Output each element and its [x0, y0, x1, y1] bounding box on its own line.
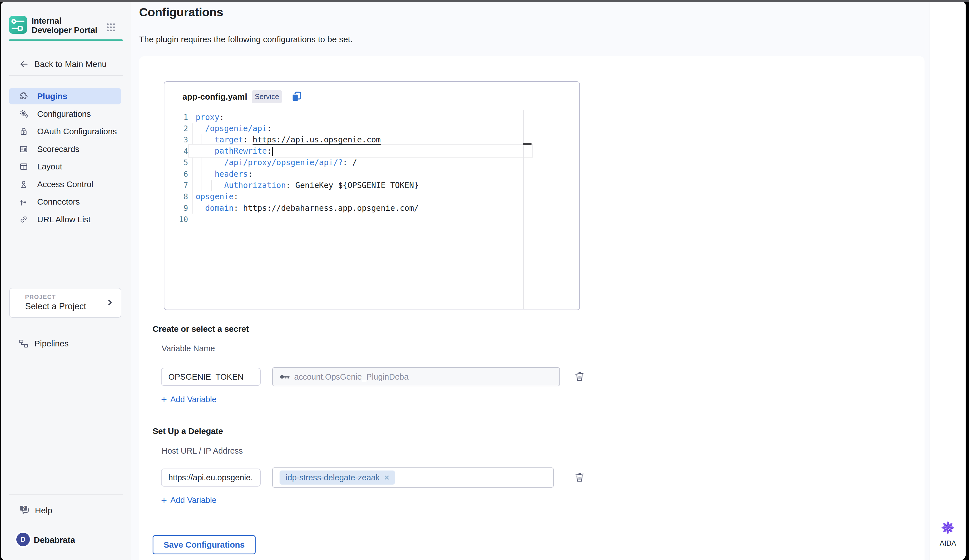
sidebar-item-label: OAuth Configurations [37, 126, 117, 136]
copy-icon[interactable] [290, 90, 303, 103]
page-title: Configurations [139, 5, 223, 19]
host-url-label: Host URL / IP Address [162, 446, 243, 455]
code-line[interactable]: 10 [165, 214, 522, 225]
add-variable-button[interactable]: + Add Variable [161, 395, 216, 404]
add-variable-label: Add Variable [170, 495, 216, 505]
scrollbar-thumb[interactable] [523, 143, 531, 145]
pipeline-icon [18, 338, 29, 349]
trash-icon[interactable] [573, 470, 586, 484]
divider [9, 75, 123, 76]
brand-underline [9, 40, 123, 41]
save-configurations-button[interactable]: Save Configurations [153, 535, 256, 554]
add-variable-label: Add Variable [170, 395, 216, 404]
help-button[interactable]: ? Help [1, 503, 131, 517]
layout-icon [18, 161, 29, 172]
filename: app-config.yaml [182, 92, 247, 101]
delegate-tags-field[interactable]: idp-stress-delegate-zeaak [272, 467, 554, 488]
project-selector[interactable]: PROJECT Select a Project [9, 288, 122, 318]
yaml-editor-card: app-config.yaml Service 1proxy:2 /opsgen… [164, 81, 580, 310]
sidebar-item-label: Connectors [37, 197, 80, 206]
service-badge: Service [252, 90, 282, 103]
sidebar-item-pipelines[interactable]: Pipelines [1, 336, 131, 351]
project-label: PROJECT [25, 294, 56, 300]
sidebar-item-url-allow-list[interactable]: URL Allow List [9, 211, 121, 228]
delegate-section-heading: Set Up a Delegate [153, 426, 223, 436]
user-menu[interactable]: D Debabrata [1, 532, 131, 549]
trash-icon[interactable] [573, 370, 586, 383]
branch-arrows-icon [18, 197, 29, 207]
aida-button[interactable]: AIDA [930, 520, 966, 547]
sidebar-item-label: Layout [37, 162, 62, 171]
back-label: Back to Main Menu [34, 59, 107, 69]
secret-select-field[interactable]: account.OpsGenie_PluginDeba [272, 367, 560, 386]
help-label: Help [35, 506, 52, 515]
plus-icon: + [161, 496, 167, 505]
back-to-main-menu[interactable]: Back to Main Menu [1, 57, 131, 71]
sidebar-item-layout[interactable]: Layout [9, 158, 121, 175]
sidebar-item-plugins[interactable]: Plugins [9, 88, 121, 105]
scorecard-icon [18, 144, 29, 154]
code-line[interactable]: 4 pathRewrite: [165, 146, 522, 157]
code-lines[interactable]: 1proxy:2 /opsgenie/api:3 target: https:/… [165, 111, 522, 225]
code-line[interactable]: 6 headers: [165, 168, 522, 179]
pipelines-label: Pipelines [34, 339, 69, 348]
code-line[interactable]: 3 target: https://api.us.opsgenie.com [165, 134, 522, 146]
sidebar-item-label: Access Control [37, 179, 93, 189]
link-icon [18, 214, 29, 224]
aida-label: AIDA [930, 539, 966, 547]
sidebar-item-scorecards[interactable]: Scorecards [9, 141, 121, 157]
sidebar-item-label: Plugins [37, 91, 67, 101]
code-line[interactable]: 7 Authorization: GenieKey ${OPSGENIE_TOK… [165, 179, 522, 191]
secret-value: account.OpsGenie_PluginDeba [294, 372, 408, 382]
apps-grid-icon[interactable] [106, 22, 116, 32]
chevron-right-icon [106, 298, 114, 307]
sidebar-item-access-control[interactable]: Access Control [9, 176, 121, 193]
sidebar-item-configurations[interactable]: Configurations [9, 106, 121, 122]
configurations-panel: app-config.yaml Service 1proxy:2 /opsgen… [139, 56, 924, 560]
sidebar-item-label: Configurations [37, 109, 91, 119]
lock-icon [18, 126, 29, 136]
help-chat-icon: ? [18, 504, 31, 517]
editor-scroll-divider [523, 110, 524, 309]
host-url-input[interactable] [161, 469, 261, 487]
sidebar: Internal Developer Portal Back to Main M… [1, 2, 131, 560]
person-icon [18, 179, 29, 189]
svg-text:?: ? [22, 506, 25, 510]
right-rail: AIDA [930, 2, 966, 560]
variable-name-input[interactable] [161, 368, 261, 386]
app-logo-icon [9, 16, 27, 34]
app-window: Internal Developer Portal Back to Main M… [1, 2, 966, 560]
page-subtitle: The plugin requires the following config… [139, 35, 353, 44]
puzzle-icon [18, 91, 29, 101]
secret-section-heading: Create or select a secret [153, 324, 249, 334]
code-line[interactable]: 2 /opsgenie/api: [165, 123, 522, 134]
add-variable-button[interactable]: + Add Variable [161, 495, 216, 505]
back-arrow-icon [18, 59, 29, 69]
avatar: D [16, 533, 30, 546]
user-name: Debabrata [34, 535, 75, 545]
gears-icon [18, 109, 29, 119]
code-line[interactable]: 1proxy: [165, 111, 522, 123]
sidebar-item-label: URL Allow List [37, 215, 91, 224]
project-value: Select a Project [25, 301, 86, 312]
delegate-chip-label: idp-stress-delegate-zeaak [286, 473, 380, 482]
sidebar-item-connectors[interactable]: Connectors [9, 194, 121, 210]
main-content: Configurations The plugin requires the f… [131, 2, 931, 560]
code-line[interactable]: 8opsgenie: [165, 191, 522, 202]
code-line[interactable]: 9 domain: https://debaharness.app.opsgen… [165, 202, 522, 214]
key-icon [280, 372, 291, 382]
divider [9, 494, 123, 495]
close-icon[interactable] [384, 474, 390, 481]
delegate-chip: idp-stress-delegate-zeaak [280, 470, 395, 485]
variable-name-label: Variable Name [162, 344, 215, 353]
plus-icon: + [161, 395, 167, 404]
sidebar-item-oauth-configurations[interactable]: OAuth Configurations [9, 123, 121, 140]
window-top-edge [0, 0, 969, 2]
sidebar-item-label: Scorecards [37, 145, 79, 154]
aida-flower-icon [940, 520, 956, 535]
code-line[interactable]: 5 /api/proxy/opsgenie/api/?: / [165, 157, 522, 168]
brand-title: Internal Developer Portal [32, 16, 102, 35]
